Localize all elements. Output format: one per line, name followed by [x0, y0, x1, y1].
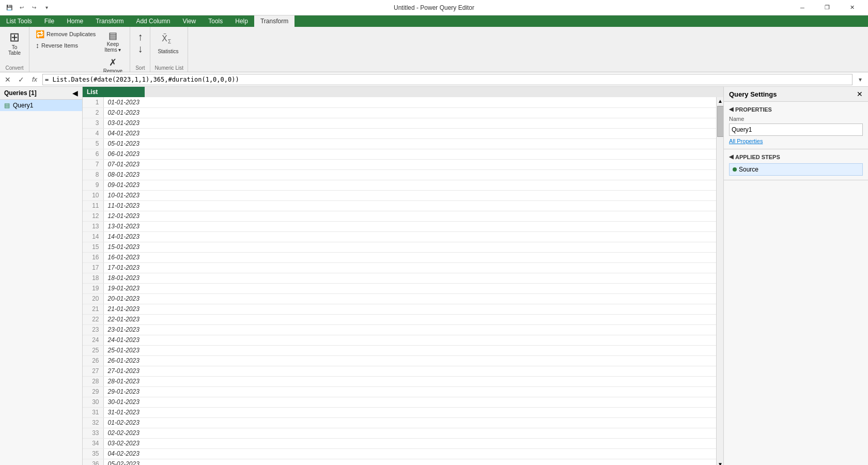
step-source[interactable]: Source: [729, 163, 863, 176]
remove-duplicates-icon: 🔁: [36, 30, 44, 38]
row-number: 2: [83, 107, 103, 118]
row-number: 20: [83, 293, 103, 304]
fx-btn[interactable]: fx: [29, 74, 40, 85]
tab-tools[interactable]: Tools: [202, 16, 229, 27]
applied-steps-label: APPLIED STEPS: [735, 154, 780, 160]
sort-group-label: Sort: [134, 65, 146, 72]
table-scroll-area[interactable]: 101-01-2023202-01-2023303-01-2023404-01-…: [83, 97, 716, 465]
ribbon: ⊞ ToTable Convert 🔁 Remove Duplicates ↕ …: [0, 27, 868, 72]
row-value: 10-01-2023: [103, 190, 716, 200]
ribbon-tabs: List Tools File Home Transform Add Colum…: [0, 16, 868, 27]
tab-file[interactable]: File: [38, 16, 60, 27]
table-row: 2121-01-2023: [83, 304, 716, 314]
table-row: 1919-01-2023: [83, 283, 716, 293]
row-number: 6: [83, 149, 103, 159]
table-row: 3030-01-2023: [83, 397, 716, 407]
dropdown-quick-btn[interactable]: ▾: [41, 3, 52, 13]
statistics-icon: X̄ Σ: [161, 31, 175, 48]
table-row: 2020-01-2023: [83, 293, 716, 304]
formula-dropdown-btn[interactable]: ▾: [855, 74, 866, 85]
tab-help[interactable]: Help: [229, 16, 254, 27]
scrollbar-thumb[interactable]: [717, 106, 723, 137]
tab-transform[interactable]: Transform: [89, 16, 130, 27]
row-value: 23-01-2023: [103, 324, 716, 335]
row-number: 4: [83, 128, 103, 138]
statistics-btn[interactable]: X̄ Σ Statistics: [154, 29, 181, 56]
to-table-btn[interactable]: ⊞ ToTable: [4, 29, 25, 58]
table-row: 3201-02-2023: [83, 417, 716, 428]
table-row: 808-01-2023: [83, 169, 716, 180]
keep-items-label: KeepItems ▾: [104, 41, 121, 53]
row-number: 26: [83, 355, 103, 366]
undo-quick-btn[interactable]: ↩: [17, 3, 27, 13]
step-source-label: Source: [739, 166, 859, 173]
to-table-label: ToTable: [8, 44, 21, 56]
collapse-steps-icon: ◀: [729, 153, 733, 160]
queries-list: ▤ Query1: [0, 100, 82, 465]
row-number: 14: [83, 231, 103, 242]
row-number: 7: [83, 159, 103, 169]
close-btn[interactable]: ✕: [840, 0, 864, 16]
tab-transform-active[interactable]: Transform: [254, 16, 295, 27]
minimize-btn[interactable]: ─: [791, 0, 814, 16]
queries-header-label: Queries [1]: [4, 89, 37, 97]
table-row: 303-01-2023: [83, 118, 716, 128]
properties-section-title: ◀ PROPERTIES: [729, 106, 863, 113]
save-quick-btn[interactable]: 💾: [4, 3, 14, 13]
queries-collapse-btn[interactable]: ◀: [72, 89, 78, 97]
sort-btn[interactable]: ↑ ↓: [134, 29, 146, 57]
table-row: 3504-02-2023: [83, 448, 716, 459]
svg-text:X̄: X̄: [162, 34, 167, 43]
scroll-down-btn[interactable]: ▼: [717, 460, 723, 465]
row-value: 20-01-2023: [103, 293, 716, 304]
row-number: 9: [83, 180, 103, 190]
row-number: 27: [83, 366, 103, 376]
remove-items-icon: ✗: [109, 58, 117, 67]
row-value: 26-01-2023: [103, 355, 716, 366]
row-value: 30-01-2023: [103, 397, 716, 407]
row-value: 13-01-2023: [103, 221, 716, 231]
formula-input[interactable]: [42, 74, 853, 85]
redo-quick-btn[interactable]: ↪: [29, 3, 39, 13]
remove-duplicates-label: Remove Duplicates: [47, 31, 96, 37]
queries-header: Queries [1] ◀: [0, 87, 82, 100]
all-properties-link[interactable]: All Properties: [729, 138, 763, 144]
reverse-items-btn[interactable]: ↕ Reverse Items: [34, 40, 98, 51]
restore-btn[interactable]: ❐: [815, 0, 839, 16]
cancel-formula-btn[interactable]: ✕: [2, 74, 13, 85]
content-area: List 101-01-2023202-01-2023303-01-202340…: [83, 87, 868, 465]
table-row: 1111-01-2023: [83, 200, 716, 211]
confirm-formula-btn[interactable]: ✓: [16, 74, 27, 85]
keep-items-btn[interactable]: ▤ KeepItems ▾: [100, 29, 126, 55]
data-table-wrapper[interactable]: 101-01-2023202-01-2023303-01-2023404-01-…: [83, 97, 723, 465]
list-header: List: [83, 87, 145, 97]
query-name-input[interactable]: [729, 123, 863, 136]
query-item-query1[interactable]: ▤ Query1: [0, 100, 82, 111]
row-value: 22-01-2023: [103, 314, 716, 324]
row-value: 11-01-2023: [103, 200, 716, 211]
row-value: 18-01-2023: [103, 273, 716, 283]
tab-home[interactable]: Home: [60, 16, 89, 27]
vertical-scrollbar[interactable]: ▲ ▼: [716, 97, 723, 465]
row-number: 5: [83, 138, 103, 149]
table-row: 606-01-2023: [83, 149, 716, 159]
row-value: 15-01-2023: [103, 242, 716, 252]
row-value: 01-01-2023: [103, 97, 716, 107]
scroll-up-btn[interactable]: ▲: [717, 97, 723, 105]
row-number: 12: [83, 211, 103, 221]
table-row: 2626-01-2023: [83, 355, 716, 366]
convert-group-label: Convert: [4, 65, 25, 72]
data-panel: List 101-01-2023202-01-2023303-01-202340…: [83, 87, 723, 465]
remove-duplicates-btn[interactable]: 🔁 Remove Duplicates: [34, 29, 98, 39]
table-row: 2828-01-2023: [83, 376, 716, 386]
tab-add-column[interactable]: Add Column: [130, 16, 176, 27]
tab-view[interactable]: View: [176, 16, 202, 27]
table-row: 2929-01-2023: [83, 386, 716, 397]
title-bar: 💾 ↩ ↪ ▾ Untitled - Power Query Editor ─ …: [0, 0, 868, 16]
properties-label: PROPERTIES: [735, 106, 772, 113]
query-settings-title: Query Settings: [729, 90, 777, 98]
row-number: 33: [83, 428, 103, 438]
row-value: 04-02-2023: [103, 448, 716, 459]
query-settings-close-btn[interactable]: ✕: [857, 90, 863, 98]
svg-text:Σ: Σ: [168, 39, 171, 44]
